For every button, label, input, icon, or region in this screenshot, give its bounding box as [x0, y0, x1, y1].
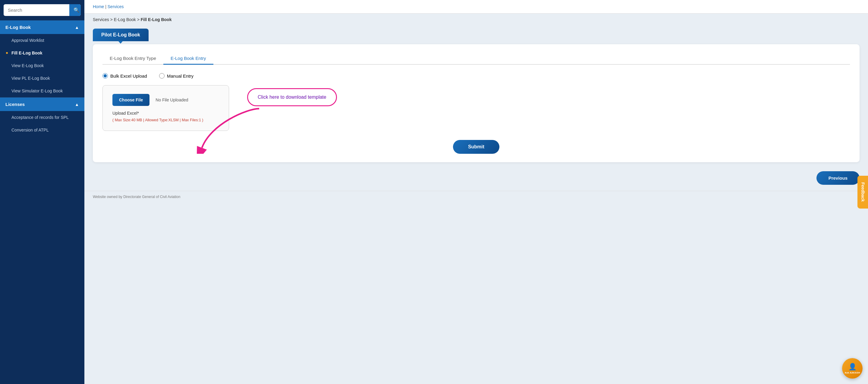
- radio-manual-entry-input[interactable]: [159, 73, 164, 78]
- upload-row: Choose File No File Uploaded Upload Exce…: [102, 85, 850, 131]
- upload-constraints: ( Max Size:40 MB | Allowed Type:XLSM | M…: [113, 118, 219, 122]
- tab-entry[interactable]: E-Log Book Entry: [163, 53, 213, 65]
- submit-row: Submit: [102, 140, 850, 154]
- feedback-tab[interactable]: Feedback: [858, 176, 868, 209]
- sidebar: 🔍 E-Log Book ▲ Approval Worklist Fill E-…: [0, 0, 84, 384]
- upload-file-row: Choose File No File Uploaded: [113, 94, 219, 106]
- sidebar-section-elog: E-Log Book ▲ Approval Worklist Fill E-Lo…: [0, 20, 84, 97]
- sidebar-item-acceptance-spl[interactable]: Acceptance of records for SPL: [0, 111, 84, 124]
- footer: Website owned by Directorate General of …: [84, 191, 868, 203]
- sidebar-item-approval-worklist[interactable]: Approval Worklist: [0, 34, 84, 47]
- radio-bulk-excel-input[interactable]: [102, 73, 108, 78]
- no-file-text: No File Uploaded: [156, 98, 188, 102]
- upload-label: Upload Excel*: [113, 111, 219, 115]
- choose-file-button[interactable]: Choose File: [113, 94, 150, 106]
- ask-aakash-label: Ask AAKASH: [845, 371, 860, 374]
- sidebar-item-fill-elog-book[interactable]: Fill E-Log Book: [0, 47, 84, 59]
- breadcrumb: Services > E-Log Book > Fill E-Log Book: [84, 13, 868, 26]
- chevron-up-icon: ▲: [75, 25, 79, 30]
- pilot-tab[interactable]: Pilot E-Log Book: [93, 29, 149, 41]
- sidebar-item-conversion-atpl[interactable]: Conversion of ATPL: [0, 124, 84, 136]
- services-link[interactable]: Services: [107, 4, 124, 9]
- sidebar-item-view-elog-book[interactable]: View E-Log Book: [0, 59, 84, 72]
- card-tabs: E-Log Book Entry Type E-Log Book Entry: [102, 53, 850, 65]
- sidebar-item-view-simulator-elog-book[interactable]: View Simulator E-Log Book: [0, 84, 84, 97]
- pilot-tab-wrapper: Pilot E-Log Book: [84, 26, 868, 41]
- upload-box: Choose File No File Uploaded Upload Exce…: [102, 85, 229, 131]
- radio-bulk-excel[interactable]: Bulk Excel Upload: [102, 73, 147, 78]
- search-input[interactable]: [4, 4, 69, 15]
- sidebar-section-header-licenses[interactable]: Licenses ▲: [0, 98, 84, 111]
- ask-aakash-button[interactable]: 👤 Ask AAKASH: [842, 358, 863, 379]
- previous-button[interactable]: Previous: [816, 171, 860, 185]
- search-button[interactable]: 🔍: [69, 4, 81, 16]
- sidebar-item-view-pl-elog-book[interactable]: View PL E-Log Book: [0, 72, 84, 84]
- tab-entry-type[interactable]: E-Log Book Entry Type: [102, 53, 163, 65]
- search-bar: 🔍: [4, 4, 81, 16]
- chevron-up-icon-licenses: ▲: [75, 102, 79, 107]
- submit-button[interactable]: Submit: [453, 140, 499, 154]
- aakash-avatar-icon: 👤: [848, 363, 857, 371]
- sidebar-section-licenses: Licenses ▲ Acceptance of records for SPL…: [0, 97, 84, 136]
- download-template-box[interactable]: Click here to download template: [247, 88, 337, 106]
- radio-manual-entry[interactable]: Manual Entry: [159, 73, 193, 78]
- previous-row: Previous: [84, 168, 868, 191]
- nav-separator: |: [105, 4, 107, 9]
- home-link[interactable]: Home: [93, 4, 104, 9]
- main-content: Home | Services Services > E-Log Book > …: [84, 0, 868, 384]
- radio-group: Bulk Excel Upload Manual Entry: [102, 73, 850, 78]
- top-nav: Home | Services: [84, 0, 868, 13]
- sidebar-section-header-elog[interactable]: E-Log Book ▲: [0, 21, 84, 34]
- main-card: E-Log Book Entry Type E-Log Book Entry B…: [93, 44, 860, 162]
